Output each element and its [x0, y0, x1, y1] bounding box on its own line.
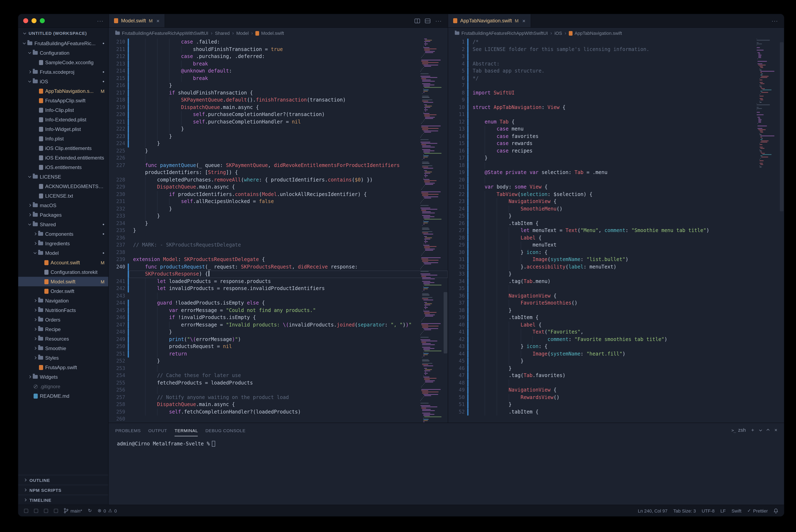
code-editor[interactable]: 1/*2See LICENSE folder for this sample's… [448, 39, 784, 423]
code-line[interactable]: 215 break [109, 75, 448, 82]
status-icon-1[interactable] [24, 509, 28, 513]
code-line[interactable]: 30 } icon: { [448, 249, 784, 256]
code-line[interactable]: 52 .tabItem { [448, 408, 784, 416]
code-line[interactable]: 219 DispatchQueue.main.async { [109, 104, 448, 111]
code-line[interactable]: 218 SKPaymentQueue.default().finishTrans… [109, 97, 448, 104]
panel-maximize-icon[interactable] [766, 429, 770, 432]
tree-file-order-swift[interactable]: Order.swift [18, 286, 108, 296]
code-line[interactable]: 258 DispatchQueue.main.async { [109, 401, 448, 408]
breadcrumb-item[interactable]: FrutaBuildingAFeatureRichAppWithSwiftUI [455, 31, 548, 36]
tree-folder-smoothie[interactable]: Smoothie [18, 343, 108, 353]
code-line[interactable]: 32 }.accessibility(label: menuText) [448, 263, 784, 270]
tree-folder-styles[interactable]: Styles [18, 353, 108, 363]
code-editor[interactable]: 210 case .failed:211 shouldFinishTransac… [109, 39, 448, 423]
code-line[interactable]: 1/* [448, 39, 784, 46]
tree-file-apptabnavigation-s-[interactable]: AppTabNavigation.s...M [18, 86, 108, 96]
sidebar-section-npm-scripts[interactable]: NPM SCRIPTS [18, 485, 108, 495]
code-line[interactable]: 231 self.allRecipesUnlocked = false [109, 198, 448, 205]
code-line[interactable]: 229 DispatchQueue.main.async { [109, 184, 448, 191]
code-line[interactable]: 16 case recipes [448, 147, 784, 155]
code-line[interactable]: 228 completedPurchases.removeAll(where: … [109, 176, 448, 184]
tab-AppTabNavigation.swift[interactable]: AppTabNavigation.swiftM× [448, 14, 531, 27]
code-line[interactable]: 222 } [109, 126, 448, 133]
code-line[interactable]: 217 if shouldFinishTransaction { [109, 89, 448, 97]
code-line[interactable]: 210 case .failed: [109, 39, 448, 46]
code-line[interactable]: 253 [109, 365, 448, 372]
code-line[interactable]: 33 } [448, 270, 784, 278]
tree-folder-components[interactable]: Components● [18, 229, 108, 239]
code-line[interactable]: 19 @State private var selection: Tab = .… [448, 169, 784, 176]
code-line[interactable]: 212 case .purchasing, .deferred: [109, 53, 448, 60]
tree-folder-ingredients[interactable]: Ingredients [18, 239, 108, 248]
window-close-button[interactable] [23, 18, 28, 23]
tree-file-frutaappclip-swift[interactable]: FrutaAppClip.swift [18, 96, 108, 105]
tab-size-indicator[interactable]: Tab Size: 3 [673, 508, 696, 513]
code-line[interactable]: 9 [448, 97, 784, 104]
code-line[interactable]: 14 case favorites [448, 133, 784, 140]
code-line[interactable]: 31 Image(systemName: "list.bullet") [448, 256, 784, 263]
code-line[interactable]: 26 .tabItem { [448, 220, 784, 227]
code-line[interactable]: 216 } [109, 82, 448, 89]
code-line[interactable]: 41 Text("Favorites", [448, 328, 784, 336]
code-line[interactable]: 11 [448, 111, 784, 118]
tree-folder-resources[interactable]: Resources [18, 334, 108, 343]
code-line[interactable]: 37 FavoriteSmoothies() [448, 300, 784, 307]
code-line[interactable]: 246 if !invalidProducts.isEmpty { [109, 314, 448, 321]
code-line[interactable]: 226 [109, 155, 448, 162]
code-line[interactable]: 259 self.fetchCompletionHandler?(loadedP… [109, 408, 448, 416]
editor-more-actions-icon[interactable]: ··· [435, 18, 442, 24]
tree-file-acknowledgments-txt[interactable]: ACKNOWLEDGMENTS.txt [18, 182, 108, 191]
formatter-indicator[interactable]: ✓ Prettier [747, 508, 768, 513]
code-line[interactable]: 29 menuText [448, 242, 784, 249]
code-line[interactable]: 214 @unknown default: [109, 68, 448, 75]
code-line[interactable]: 6*/ [448, 75, 784, 82]
tree-folder-ios[interactable]: iOS● [18, 77, 108, 86]
scrollbar-thumb[interactable] [780, 42, 783, 211]
code-line[interactable]: productIdentifiers: [String]) { [109, 169, 448, 176]
code-line[interactable]: 244 guard !loadedProducts.isEmpty else { [109, 300, 448, 307]
terminal-shell-selector[interactable]: >_ zsh [731, 427, 746, 433]
code-line[interactable]: 28 Label { [448, 234, 784, 242]
code-line[interactable]: 38 } [448, 307, 784, 314]
breadcrumb-item[interactable]: iOS [555, 31, 562, 36]
code-line[interactable]: 27 let menuText = Text("Menu", comment: … [448, 227, 784, 234]
code-line[interactable]: 237// MARK: - SKProductsRequestDelegate [109, 242, 448, 249]
tree-file-samplecode-xcconfig[interactable]: SampleCode.xcconfig [18, 58, 108, 67]
code-line[interactable]: 260 [109, 416, 448, 423]
sync-icon[interactable]: ↻ [88, 508, 92, 513]
tree-folder-configuration[interactable]: Configuration [18, 48, 108, 58]
panel-tab-debug-console[interactable]: DEBUG CONSOLE [205, 424, 246, 436]
code-line[interactable]: 2See LICENSE folder for this sample's li… [448, 46, 784, 53]
code-line[interactable]: 22 TabView(selection: $selection) { [448, 191, 784, 198]
code-line[interactable]: 224 } [109, 140, 448, 147]
code-line[interactable]: SKProductsResponse) { [109, 270, 448, 278]
tree-file-frutaapp-swift[interactable]: FrutaApp.swift [18, 363, 108, 372]
code-line[interactable]: 255 fetchedProducts = loadedProducts [109, 379, 448, 386]
tree-file--gitignore[interactable]: .gitignore [18, 382, 108, 391]
tree-folder-nutritionfacts[interactable]: NutritionFacts [18, 305, 108, 315]
code-line[interactable]: 44 Image(systemName: "heart.fill") [448, 350, 784, 358]
code-line[interactable]: 10struct AppTabNavigation: View { [448, 104, 784, 111]
code-line[interactable]: 46 } [448, 365, 784, 372]
tree-folder-widgets[interactable]: Widgets [18, 372, 108, 382]
code-line[interactable]: 234 } [109, 220, 448, 227]
code-line[interactable]: 39 .tabItem { [448, 314, 784, 321]
code-line[interactable]: 15 case rewards [448, 140, 784, 147]
code-line[interactable]: 47 .tag(Tab.favorites) [448, 372, 784, 379]
code-line[interactable]: 20 [448, 176, 784, 184]
tree-file-ios-clip-entitlements[interactable]: iOS Clip.entitlements [18, 144, 108, 153]
tree-file-license-txt[interactable]: LICENSE.txt [18, 191, 108, 201]
tree-file-info-extended-plist[interactable]: Info-Extended.plist [18, 115, 108, 124]
code-line[interactable]: 227 func paymentQueue(_ queue: SKPayment… [109, 162, 448, 169]
code-line[interactable]: 3 [448, 53, 784, 60]
tree-file-info-plist[interactable]: Info.plist [18, 134, 108, 144]
tree-file-ios-extended-entitlements[interactable]: iOS Extended.entitlements [18, 153, 108, 163]
terminal-dropdown-icon[interactable] [759, 428, 762, 431]
tree-file-readme-md[interactable]: README.md [18, 391, 108, 401]
status-icon-3[interactable] [44, 509, 48, 513]
code-line[interactable]: 249 print("\(errorMessage)") [109, 336, 448, 343]
notifications-bell-icon[interactable] [774, 508, 778, 513]
tab-close-icon[interactable]: × [156, 18, 160, 24]
breadcrumb-item[interactable]: Shared [215, 31, 230, 36]
code-line[interactable]: 18 [448, 162, 784, 169]
